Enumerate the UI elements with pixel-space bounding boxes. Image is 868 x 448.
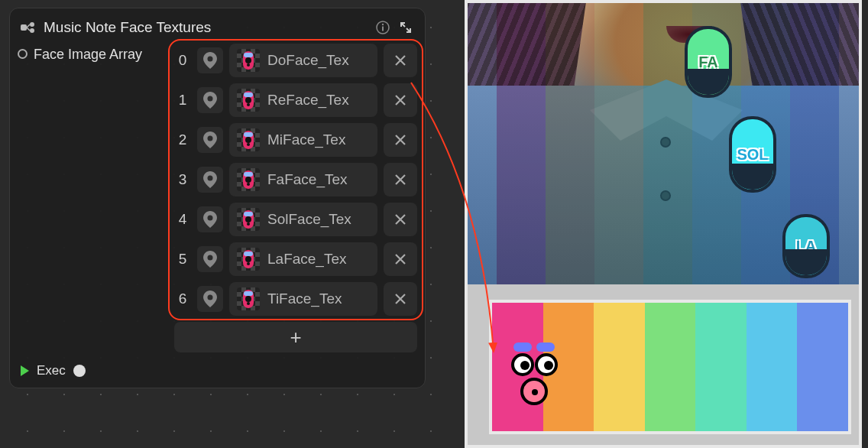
array-row: 1 ReFace_Tex	[174, 83, 417, 117]
array-items-column: 0 DoFace_Tex 1 ReFace_Tex 2	[174, 44, 417, 352]
remove-item-button[interactable]	[384, 44, 417, 77]
row-index: 1	[174, 92, 191, 109]
texture-thumbnail-icon	[237, 208, 260, 231]
location-pin-icon[interactable]	[197, 206, 223, 232]
node-panel[interactable]: Music Note Face Textures Face Image Arra…	[9, 8, 426, 388]
palette-swatch	[594, 303, 645, 431]
info-icon[interactable]	[374, 19, 391, 36]
note-pill-la: LA	[782, 214, 830, 278]
svg-point-7	[208, 96, 213, 102]
texture-name: ReFace_Tex	[267, 92, 349, 109]
exec-port[interactable]	[73, 365, 86, 377]
svg-rect-4	[382, 27, 384, 31]
input-port[interactable]	[18, 49, 28, 59]
texture-value-box[interactable]: LaFace_Tex	[229, 242, 377, 276]
exec-label: Exec	[37, 363, 66, 378]
row-index: 6	[174, 291, 191, 307]
array-row: 6 TiFace_Tex	[174, 282, 417, 316]
texture-name: LaFace_Tex	[267, 251, 347, 268]
array-row: 5 LaFace_Tex	[174, 242, 417, 276]
texture-value-box[interactable]: ReFace_Tex	[229, 83, 377, 117]
overlay-stripe	[497, 3, 546, 284]
row-index: 2	[174, 131, 191, 148]
location-pin-icon[interactable]	[197, 127, 223, 153]
overlay-stripe	[594, 3, 643, 284]
svg-point-11	[208, 255, 213, 261]
svg-point-9	[208, 176, 213, 181]
texture-name: TiFace_Tex	[267, 291, 342, 307]
location-pin-icon[interactable]	[197, 167, 223, 193]
texture-name: DoFace_Tex	[267, 52, 349, 69]
svg-point-6	[208, 57, 213, 62]
texture-name: FaFace_Tex	[267, 171, 348, 188]
texture-value-box[interactable]: MiFace_Tex	[229, 123, 377, 157]
row-index: 5	[174, 251, 191, 268]
node-header: Music Note Face Textures	[18, 16, 417, 44]
location-pin-icon[interactable]	[197, 87, 223, 113]
palette-swatch	[747, 303, 798, 431]
svg-point-10	[208, 216, 213, 221]
note-pill-sol: SOL	[729, 116, 776, 193]
add-item-button[interactable]: +	[174, 322, 417, 352]
row-index: 3	[174, 171, 191, 188]
preview-frame: FA SOL LA	[465, 0, 862, 448]
texture-value-box[interactable]: SolFace_Tex	[229, 203, 377, 236]
texture-name: SolFace_Tex	[267, 211, 351, 228]
palette-swatch	[695, 303, 747, 431]
texture-thumbnail-icon	[237, 89, 260, 112]
remove-item-button[interactable]	[384, 203, 417, 236]
note-pill-fa: FA	[685, 26, 732, 98]
texture-thumbnail-icon	[237, 128, 260, 151]
array-row: 4 SolFace_Tex	[174, 203, 417, 236]
array-row: 2 MiFace_Tex	[174, 123, 417, 157]
texture-name: MiFace_Tex	[267, 131, 345, 148]
texture-value-box[interactable]: FaFace_Tex	[229, 163, 377, 196]
remove-item-button[interactable]	[384, 242, 417, 276]
texture-value-box[interactable]: TiFace_Tex	[229, 282, 377, 316]
overlay-stripe	[546, 3, 594, 284]
texture-thumbnail-icon	[237, 49, 260, 72]
remove-item-button[interactable]	[384, 163, 417, 196]
remove-item-button[interactable]	[384, 83, 417, 117]
palette-swatch	[645, 303, 696, 431]
palette-swatch	[797, 303, 848, 431]
location-pin-icon[interactable]	[197, 47, 223, 73]
play-icon[interactable]	[21, 365, 29, 376]
svg-point-5	[382, 24, 384, 25]
face-sprite	[504, 342, 564, 411]
svg-point-2	[30, 28, 34, 33]
texture-thumbnail-icon	[237, 248, 260, 271]
row-index: 0	[174, 52, 191, 69]
exec-row: Exec	[18, 352, 417, 378]
svg-point-8	[208, 136, 213, 141]
expand-icon[interactable]	[397, 19, 414, 36]
node-title: Music Note Face Textures	[44, 19, 368, 36]
note-label-sol: SOL	[737, 146, 768, 164]
texture-thumbnail-icon	[237, 287, 260, 310]
texture-value-box[interactable]: DoFace_Tex	[229, 44, 377, 77]
texture-thumbnail-icon	[237, 168, 260, 191]
array-label-column: Face Image Array	[18, 44, 167, 352]
row-index: 4	[174, 211, 191, 228]
svg-point-1	[30, 22, 34, 27]
remove-item-button[interactable]	[384, 123, 417, 157]
array-row: 0 DoFace_Tex	[174, 44, 417, 77]
remove-item-button[interactable]	[384, 282, 417, 316]
array-label: Face Image Array	[34, 47, 142, 63]
array-row: 3 FaFace_Tex	[174, 163, 417, 196]
location-pin-icon[interactable]	[197, 286, 223, 312]
preview-pane: FA SOL LA	[443, 0, 868, 448]
node-editor-pane: Music Note Face Textures Face Image Arra…	[0, 0, 443, 448]
location-pin-icon[interactable]	[197, 246, 223, 272]
svg-point-12	[208, 295, 213, 300]
node-type-icon	[21, 21, 37, 34]
photo-area: FA SOL LA	[468, 3, 859, 284]
svg-rect-0	[21, 24, 27, 31]
